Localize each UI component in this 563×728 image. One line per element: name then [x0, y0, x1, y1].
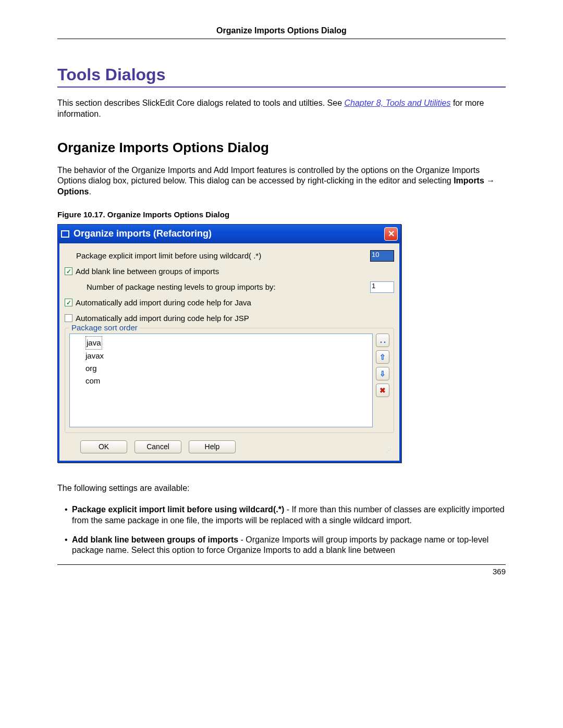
wildcard-limit-label: Package explicit import limit before usi… [65, 251, 370, 260]
resize-grip-icon[interactable]: ⋰ [386, 448, 392, 454]
intro-pre: This section describes SlickEdit Core di… [57, 98, 345, 107]
list-item[interactable]: org [85, 362, 367, 375]
dialog-body: Package explicit import limit before usi… [58, 243, 401, 462]
cancel-button[interactable]: Cancel [134, 440, 181, 453]
sort-order-legend: Package sort order [69, 323, 140, 332]
page-footer: 369 [57, 564, 506, 576]
auto-import-jsp-checkbox[interactable]: ✓ [65, 314, 72, 322]
arrow-down-icon: ⇩ [380, 369, 386, 378]
nesting-levels-input[interactable]: 1 [370, 281, 394, 293]
blank-line-label: Add blank line between groups of imports [76, 267, 394, 276]
body-paragraph: The behavior of the Organize Imports and… [57, 165, 506, 198]
intro-paragraph: This section describes SlickEdit Core di… [57, 98, 506, 120]
sub-heading: Organize Imports Options Dialog [57, 140, 506, 156]
move-down-button[interactable]: ⇩ [376, 367, 389, 380]
titlebar: Organize imports (Refactoring) ✕ [58, 225, 401, 243]
list-item[interactable]: javax [85, 350, 367, 362]
figure-caption: Figure 10.17. Organize Imports Options D… [57, 210, 506, 219]
close-button[interactable]: ✕ [384, 227, 398, 241]
page-number: 369 [493, 567, 506, 576]
delete-icon: ✖ [380, 386, 386, 394]
para2-post: . [89, 187, 91, 196]
help-button[interactable]: Help [189, 440, 236, 453]
auto-import-jsp-label: Automatically add import during code hel… [76, 314, 394, 323]
setting-name: Add blank line between groups of imports [72, 535, 238, 544]
auto-import-java-checkbox[interactable]: ✓ [65, 299, 72, 306]
dialog-window: Organize imports (Refactoring) ✕ Package… [57, 224, 401, 463]
list-item[interactable]: java [85, 336, 102, 350]
settings-item: Package explicit import limit before usi… [65, 504, 506, 526]
nesting-levels-label: Number of package nesting levels to grou… [65, 282, 370, 291]
page-header: Organize Imports Options Dialog [57, 26, 506, 39]
close-icon: ✕ [388, 230, 395, 238]
wildcard-limit-input[interactable]: 10 [370, 250, 394, 262]
para2-pre: The behavior of the Organize Imports and… [57, 166, 480, 186]
settings-intro: The following settings are available: [57, 484, 506, 493]
arrow-up-icon: ⇧ [380, 353, 386, 361]
move-up-button[interactable]: ⇧ [376, 350, 389, 364]
dialog-title: Organize imports (Refactoring) [74, 228, 384, 239]
settings-item: Add blank line between groups of imports… [65, 535, 506, 557]
list-item[interactable]: com [85, 375, 367, 387]
auto-import-java-label: Automatically add import during code hel… [76, 298, 394, 307]
chapter-link[interactable]: Chapter 8, Tools and Utilities [345, 98, 451, 107]
ok-button[interactable]: OK [80, 440, 127, 453]
main-heading: Tools Dialogs [57, 65, 506, 88]
setting-name: Package explicit import limit before usi… [72, 505, 284, 514]
window-icon [61, 230, 69, 238]
delete-button[interactable]: ✖ [376, 384, 389, 397]
sort-order-listbox[interactable]: java javax org com [69, 334, 373, 427]
add-button[interactable]: . . [376, 334, 389, 347]
dots-icon: . . [380, 336, 385, 345]
blank-line-checkbox[interactable]: ✓ [65, 267, 72, 275]
settings-list: Package explicit import limit before usi… [57, 504, 506, 556]
sort-order-fieldset: Package sort order java javax org com . … [65, 328, 394, 433]
